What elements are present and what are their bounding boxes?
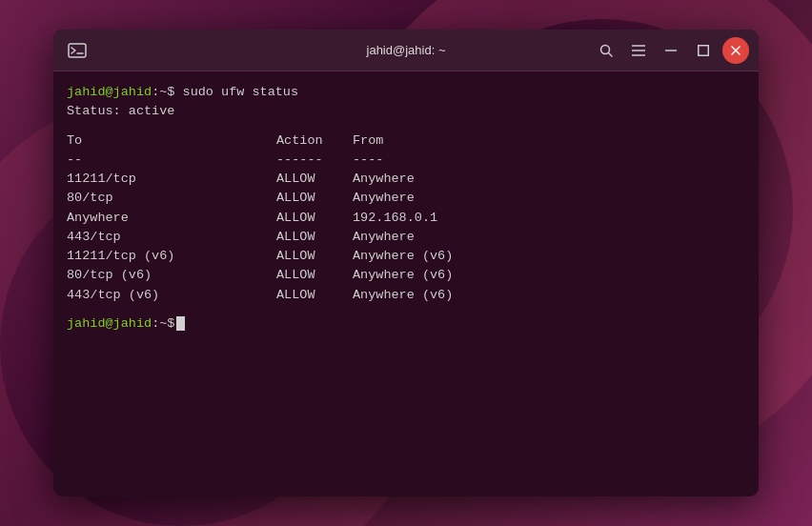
- prompt-user: jahid@jahid: [67, 85, 152, 99]
- prompt-sep: :~$: [152, 85, 174, 99]
- window-title: jahid@jahid: ~: [367, 43, 446, 57]
- cell-to: 11211/tcp (v6): [67, 247, 276, 266]
- cell-action: ALLOW: [276, 247, 353, 266]
- cell-from: Anywhere (v6): [353, 266, 453, 285]
- cell-to: 443/tcp: [67, 228, 276, 247]
- table-row: 11211/tcp (v6)ALLOWAnywhere (v6): [67, 247, 745, 266]
- menu-button[interactable]: [625, 37, 652, 64]
- header-to: To: [67, 132, 276, 151]
- prompt2-user: jahid@jahid: [67, 316, 152, 331]
- prompt2-sep: :~$: [152, 316, 174, 331]
- table-row: 11211/tcpALLOWAnywhere: [67, 170, 745, 189]
- title-bar-left: [63, 36, 91, 65]
- search-button[interactable]: [593, 37, 619, 64]
- divider-from: ----: [353, 151, 383, 170]
- title-bar-buttons: [593, 37, 749, 64]
- cell-action: ALLOW: [276, 228, 353, 247]
- cell-from: Anywhere (v6): [353, 247, 453, 266]
- cell-to: 443/tcp (v6): [67, 286, 276, 305]
- divider-action: ------: [276, 151, 353, 170]
- cell-to: 80/tcp (v6): [67, 266, 276, 285]
- table-row: 80/tcpALLOWAnywhere: [67, 189, 745, 208]
- cell-from: Anywhere: [353, 228, 415, 247]
- terminal-content[interactable]: jahid@jahid:~$ sudo ufw status Status: a…: [53, 71, 759, 496]
- table-row: 443/tcp (v6)ALLOWAnywhere (v6): [67, 286, 745, 305]
- title-bar: jahid@jahid: ~: [53, 30, 759, 71]
- terminal-window: jahid@jahid: ~: [53, 30, 759, 496]
- table-rows: 11211/tcpALLOWAnywhere80/tcpALLOWAnywher…: [67, 170, 745, 305]
- header-action: Action: [276, 132, 353, 151]
- table-row: 80/tcp (v6)ALLOWAnywhere (v6): [67, 266, 745, 285]
- svg-line-3: [609, 52, 613, 56]
- command-line: jahid@jahid:~$ sudo ufw status: [67, 83, 745, 102]
- cell-action: ALLOW: [276, 209, 353, 228]
- cell-action: ALLOW: [276, 170, 353, 189]
- cell-action: ALLOW: [276, 189, 353, 208]
- status-text: Status: active: [67, 104, 174, 118]
- cell-to: Anywhere: [67, 209, 276, 228]
- cell-from: Anywhere (v6): [353, 286, 453, 305]
- cell-from: 192.168.0.1: [353, 209, 437, 228]
- command-text: sudo ufw status: [174, 85, 298, 99]
- svg-rect-8: [699, 45, 709, 55]
- cell-to: 80/tcp: [67, 189, 276, 208]
- minimize-button[interactable]: [658, 37, 684, 64]
- terminal-icon: [63, 36, 91, 65]
- prompt-line-2: jahid@jahid:~$: [67, 314, 745, 334]
- table-row: 443/tcpALLOWAnywhere: [67, 228, 745, 247]
- table-row: AnywhereALLOW192.168.0.1: [67, 209, 745, 228]
- cell-from: Anywhere: [353, 170, 415, 189]
- cell-action: ALLOW: [276, 286, 353, 305]
- header-from: From: [353, 132, 383, 151]
- cell-to: 11211/tcp: [67, 170, 276, 189]
- maximize-button[interactable]: [690, 37, 717, 64]
- cursor: [176, 316, 185, 331]
- table-divider: -- ------ ----: [67, 151, 745, 170]
- svg-rect-0: [69, 44, 86, 57]
- close-button[interactable]: [722, 37, 749, 64]
- cell-action: ALLOW: [276, 266, 353, 285]
- divider-to: --: [67, 151, 276, 170]
- table-header: To Action From: [67, 132, 745, 151]
- cell-from: Anywhere: [353, 189, 415, 208]
- status-line: Status: active: [67, 102, 745, 121]
